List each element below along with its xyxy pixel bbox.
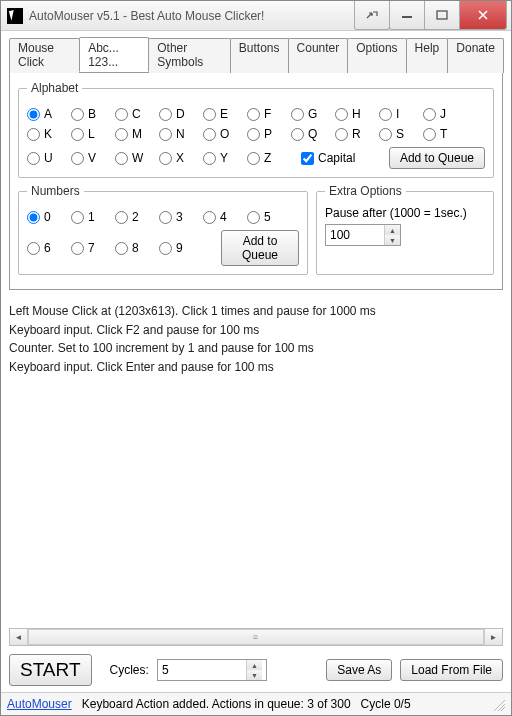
alpha-radio-input-h[interactable] bbox=[335, 108, 348, 121]
alpha-radio-b[interactable]: B bbox=[71, 107, 115, 121]
cycles-spin-down[interactable]: ▼ bbox=[247, 670, 262, 680]
tab-abc-123-[interactable]: Abc... 123... bbox=[79, 37, 149, 72]
num-radio-input-6[interactable] bbox=[27, 242, 40, 255]
tab-buttons[interactable]: Buttons bbox=[230, 38, 289, 73]
num-radio-input-2[interactable] bbox=[115, 211, 128, 224]
scroll-right-arrow[interactable]: ► bbox=[484, 629, 502, 645]
tab-help[interactable]: Help bbox=[406, 38, 449, 73]
alpha-radio-l[interactable]: L bbox=[71, 127, 115, 141]
num-radio-input-4[interactable] bbox=[203, 211, 216, 224]
scroll-track[interactable]: ≡ bbox=[28, 629, 484, 645]
alpha-radio-input-c[interactable] bbox=[115, 108, 128, 121]
alpha-radio-input-p[interactable] bbox=[247, 128, 260, 141]
alpha-radio-input-d[interactable] bbox=[159, 108, 172, 121]
alpha-radio-c[interactable]: C bbox=[115, 107, 159, 121]
scroll-left-arrow[interactable]: ◄ bbox=[10, 629, 28, 645]
alpha-radio-q[interactable]: Q bbox=[291, 127, 335, 141]
pause-spin-up[interactable]: ▲ bbox=[385, 225, 400, 235]
pause-spin-down[interactable]: ▼ bbox=[385, 235, 400, 245]
alpha-radio-input-t[interactable] bbox=[423, 128, 436, 141]
num-radio-2[interactable]: 2 bbox=[115, 210, 159, 224]
alpha-radio-input-o[interactable] bbox=[203, 128, 216, 141]
num-radio-input-1[interactable] bbox=[71, 211, 84, 224]
alpha-radio-input-b[interactable] bbox=[71, 108, 84, 121]
close-button[interactable] bbox=[459, 1, 507, 30]
cycles-spinner[interactable]: ▲ ▼ bbox=[157, 659, 267, 681]
num-radio-input-7[interactable] bbox=[71, 242, 84, 255]
tab-other-symbols[interactable]: Other Symbols bbox=[148, 38, 231, 73]
alpha-radio-a[interactable]: A bbox=[27, 107, 71, 121]
cycles-spin-buttons[interactable]: ▲ ▼ bbox=[246, 660, 262, 680]
alpha-radio-input-v[interactable] bbox=[71, 152, 84, 165]
alpha-radio-input-i[interactable] bbox=[379, 108, 392, 121]
cycles-spin-up[interactable]: ▲ bbox=[247, 660, 262, 670]
alpha-radio-input-w[interactable] bbox=[115, 152, 128, 165]
start-button[interactable]: START bbox=[9, 654, 92, 686]
horizontal-scrollbar[interactable]: ◄ ≡ ► bbox=[9, 628, 503, 646]
alpha-radio-input-g[interactable] bbox=[291, 108, 304, 121]
pause-spinner[interactable]: ▲ ▼ bbox=[325, 224, 401, 246]
num-radio-5[interactable]: 5 bbox=[247, 210, 291, 224]
scroll-thumb[interactable]: ≡ bbox=[28, 629, 484, 645]
alpha-radio-input-l[interactable] bbox=[71, 128, 84, 141]
alpha-radio-g[interactable]: G bbox=[291, 107, 335, 121]
load-from-file-button[interactable]: Load From File bbox=[400, 659, 503, 681]
tab-options[interactable]: Options bbox=[347, 38, 406, 73]
num-radio-3[interactable]: 3 bbox=[159, 210, 203, 224]
cycles-input[interactable] bbox=[158, 660, 246, 680]
pause-input[interactable] bbox=[326, 225, 384, 245]
alpha-radio-input-a[interactable] bbox=[27, 108, 40, 121]
num-radio-input-3[interactable] bbox=[159, 211, 172, 224]
alpha-radio-input-u[interactable] bbox=[27, 152, 40, 165]
num-radio-input-5[interactable] bbox=[247, 211, 260, 224]
alpha-radio-input-z[interactable] bbox=[247, 152, 260, 165]
pause-spin-buttons[interactable]: ▲ ▼ bbox=[384, 225, 400, 245]
alpha-radio-j[interactable]: J bbox=[423, 107, 467, 121]
popout-button[interactable] bbox=[354, 1, 390, 30]
tab-counter[interactable]: Counter bbox=[288, 38, 349, 73]
alphabet-add-button[interactable]: Add to Queue bbox=[389, 147, 485, 169]
alpha-radio-input-r[interactable] bbox=[335, 128, 348, 141]
alpha-radio-i[interactable]: I bbox=[379, 107, 423, 121]
alpha-radio-input-k[interactable] bbox=[27, 128, 40, 141]
alpha-radio-input-x[interactable] bbox=[159, 152, 172, 165]
alpha-radio-m[interactable]: M bbox=[115, 127, 159, 141]
num-radio-8[interactable]: 8 bbox=[115, 241, 159, 255]
alpha-radio-input-e[interactable] bbox=[203, 108, 216, 121]
resize-grip[interactable] bbox=[491, 697, 505, 711]
alpha-radio-f[interactable]: F bbox=[247, 107, 291, 121]
num-radio-1[interactable]: 1 bbox=[71, 210, 115, 224]
tab-donate[interactable]: Donate bbox=[447, 38, 504, 73]
capital-checkbox-input[interactable] bbox=[301, 152, 314, 165]
alpha-radio-input-q[interactable] bbox=[291, 128, 304, 141]
num-radio-input-8[interactable] bbox=[115, 242, 128, 255]
alpha-radio-o[interactable]: O bbox=[203, 127, 247, 141]
alpha-radio-input-n[interactable] bbox=[159, 128, 172, 141]
num-radio-7[interactable]: 7 bbox=[71, 241, 115, 255]
alpha-radio-t[interactable]: T bbox=[423, 127, 467, 141]
num-radio-9[interactable]: 9 bbox=[159, 241, 203, 255]
alpha-radio-input-m[interactable] bbox=[115, 128, 128, 141]
alpha-radio-w[interactable]: W bbox=[115, 151, 159, 165]
status-link[interactable]: AutoMouser bbox=[7, 697, 72, 711]
tab-mouse-click[interactable]: Mouse Click bbox=[9, 38, 80, 73]
alpha-radio-h[interactable]: H bbox=[335, 107, 379, 121]
minimize-button[interactable] bbox=[389, 1, 425, 30]
alpha-radio-v[interactable]: V bbox=[71, 151, 115, 165]
alpha-radio-n[interactable]: N bbox=[159, 127, 203, 141]
alpha-radio-input-j[interactable] bbox=[423, 108, 436, 121]
alpha-radio-input-y[interactable] bbox=[203, 152, 216, 165]
alpha-radio-s[interactable]: S bbox=[379, 127, 423, 141]
alpha-radio-e[interactable]: E bbox=[203, 107, 247, 121]
num-radio-0[interactable]: 0 bbox=[27, 210, 71, 224]
alpha-radio-input-f[interactable] bbox=[247, 108, 260, 121]
alpha-radio-input-s[interactable] bbox=[379, 128, 392, 141]
alpha-radio-r[interactable]: R bbox=[335, 127, 379, 141]
num-radio-input-9[interactable] bbox=[159, 242, 172, 255]
save-as-button[interactable]: Save As bbox=[326, 659, 392, 681]
capital-checkbox[interactable]: Capital bbox=[297, 149, 355, 168]
alpha-radio-z[interactable]: Z bbox=[247, 151, 291, 165]
alpha-radio-u[interactable]: U bbox=[27, 151, 71, 165]
num-radio-input-0[interactable] bbox=[27, 211, 40, 224]
alpha-radio-y[interactable]: Y bbox=[203, 151, 247, 165]
